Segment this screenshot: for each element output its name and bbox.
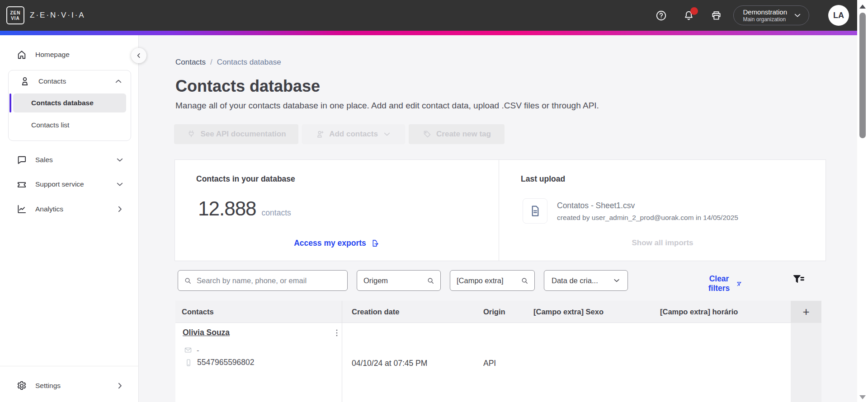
search-icon — [520, 276, 529, 285]
clear-filters-label: Clear filters — [706, 274, 732, 293]
zenvia-logo-mark-icon: ZEN VIA — [6, 6, 24, 24]
plug-icon — [186, 129, 196, 139]
user-avatar[interactable]: LA — [828, 5, 849, 26]
tag-icon — [422, 129, 432, 139]
mobile-phone-icon — [184, 358, 193, 367]
sidebar-item-settings[interactable]: Settings — [3, 375, 136, 397]
chevron-left-icon — [135, 51, 143, 60]
add-column-button[interactable]: + — [791, 301, 821, 323]
sidebar-divider — [0, 366, 139, 366]
sidebar-label-contacts-list: Contacts list — [31, 121, 69, 129]
scroll-up-arrow[interactable] — [859, 5, 866, 9]
contact-email-row: - — [184, 346, 199, 355]
contacts-card-title: Contacts in your database — [196, 174, 295, 184]
help-button[interactable] — [655, 9, 667, 22]
access-exports-label: Access my exports — [294, 238, 366, 248]
ticket-icon — [16, 178, 28, 190]
chevron-down-icon — [115, 155, 125, 165]
campo-extra-filter-box — [450, 270, 535, 291]
filter-settings-icon — [791, 272, 806, 287]
stats-panel: Contacts in your database 12.888 contact… — [175, 159, 826, 261]
clear-filters-button[interactable]: Clear filters — [706, 274, 742, 293]
table-column-divider — [342, 301, 342, 402]
contact-phone-row: 5547965596802 — [184, 358, 255, 367]
sidebar-item-homepage[interactable]: Homepage — [3, 44, 136, 65]
add-column-body — [791, 323, 821, 402]
chevron-down-icon — [382, 129, 392, 139]
column-header-origin[interactable]: Origin — [483, 301, 505, 323]
brand-gradient-bar — [0, 31, 857, 35]
export-icon — [370, 238, 380, 248]
table-header: Contacts Creation date Origin [Campo ext… — [175, 301, 821, 323]
column-header-contacts[interactable]: Contacts — [182, 301, 214, 323]
column-header-campo-extra-horario[interactable]: [Campo extra] horário — [660, 301, 738, 323]
contact-email: - — [197, 346, 199, 355]
avatar-initials: LA — [833, 11, 844, 20]
sidebar-item-contacts-list[interactable]: Contacts list — [13, 116, 126, 134]
campo-extra-filter-input[interactable] — [457, 276, 517, 285]
sidebar-group-contacts: Contacts Contacts database Contacts list — [8, 70, 131, 141]
sidebar: Homepage Contacts Contacts database Cont… — [0, 35, 139, 402]
scrollbar-thumb[interactable] — [859, 13, 866, 138]
sidebar-collapse-button[interactable] — [131, 48, 146, 63]
search-input[interactable] — [197, 276, 342, 285]
envelope-icon — [184, 346, 193, 355]
kebab-icon — [332, 327, 342, 338]
show-all-imports-button[interactable]: Show all imports — [499, 238, 826, 248]
column-header-creation-date[interactable]: Creation date — [352, 301, 399, 323]
active-item-indicator — [9, 93, 11, 112]
contact-search-box — [178, 270, 348, 291]
gear-icon — [16, 380, 28, 392]
sidebar-item-contacts-database[interactable]: Contacts database — [13, 93, 126, 112]
contact-creation-date: 04/10/24 at 07:45 PM — [352, 359, 427, 368]
scroll-down-arrow[interactable] — [859, 395, 866, 399]
row-menu-button[interactable] — [331, 326, 343, 340]
contacts-table-body: Olivia Souza - — [175, 323, 791, 402]
chat-icon — [16, 154, 28, 166]
origin-filter-input[interactable] — [363, 276, 423, 285]
chevron-up-icon — [113, 76, 123, 86]
analytics-icon — [16, 203, 28, 215]
sidebar-label-contacts-database: Contacts database — [31, 99, 94, 107]
sidebar-item-support-service[interactable]: Support service — [3, 173, 136, 195]
sidebar-label-contacts: Contacts — [38, 77, 66, 85]
column-header-campo-extra-sexo[interactable]: [Campo extra] Sexo — [533, 301, 604, 323]
organization-name: Demonstration — [743, 8, 787, 16]
contacts-count: 12.888 — [198, 197, 256, 220]
printer-icon — [710, 9, 722, 22]
notifications-button[interactable] — [683, 9, 695, 22]
add-contacts-label: Add contacts — [329, 130, 378, 139]
page-scrollbar[interactable] — [857, 0, 868, 402]
breadcrumb-separator: / — [210, 58, 212, 67]
see-api-documentation-button[interactable]: See API documentation — [174, 124, 298, 144]
add-contacts-button[interactable]: Add contacts — [302, 124, 405, 144]
sidebar-item-sales[interactable]: Sales — [3, 149, 136, 171]
filter-settings-button[interactable] — [791, 272, 806, 287]
help-icon — [655, 9, 667, 22]
print-button[interactable] — [710, 9, 722, 22]
creation-date-filter-label: Data de cria... — [552, 276, 598, 285]
breadcrumb-contacts-link[interactable]: Contacts — [175, 58, 206, 67]
chevron-down-icon — [115, 179, 125, 189]
create-new-tag-button[interactable]: Create new tag — [409, 124, 505, 144]
page-actions: See API documentation Add contacts C — [174, 124, 505, 144]
chevron-right-icon — [115, 204, 125, 214]
topbar-actions: Demonstration Main organization LA — [640, 5, 849, 26]
filter-clear-icon — [736, 279, 742, 289]
sidebar-item-contacts[interactable]: Contacts — [9, 70, 131, 92]
person-plus-icon — [315, 129, 325, 139]
sidebar-item-analytics[interactable]: Analytics — [3, 198, 136, 220]
page-title: Contacts database — [175, 77, 320, 96]
upload-filename: Contatos - Sheet1.csv — [557, 201, 635, 210]
origin-filter-box — [357, 270, 441, 291]
access-exports-link[interactable]: Access my exports — [175, 238, 499, 248]
app-window: ZEN VIA Z·E·N·V·I·A — [0, 0, 868, 402]
organization-switcher[interactable]: Demonstration Main organization — [733, 5, 809, 25]
contacts-count-unit: contacts — [262, 208, 291, 218]
sidebar-label-homepage: Homepage — [35, 51, 70, 59]
zenvia-logo[interactable]: ZEN VIA Z·E·N·V·I·A — [6, 6, 85, 24]
contact-name-link[interactable]: Olivia Souza — [183, 328, 230, 337]
creation-date-filter[interactable]: Data de cria... — [544, 270, 628, 291]
page-description: Manage all of your contacts database in … — [175, 101, 599, 111]
search-icon — [184, 276, 192, 285]
